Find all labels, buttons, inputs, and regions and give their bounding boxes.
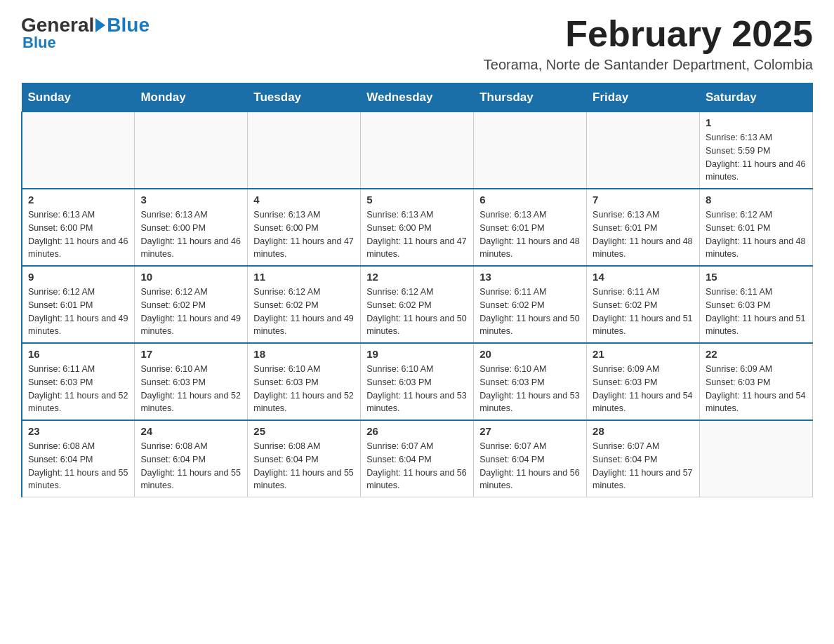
table-row [587,112,700,189]
table-row: 28Sunrise: 6:07 AMSunset: 6:04 PMDayligh… [587,420,700,497]
table-row: 2Sunrise: 6:13 AMSunset: 6:00 PMDaylight… [22,189,135,266]
day-number: 28 [593,425,694,437]
month-title: February 2025 [484,14,813,54]
header: General Blue Blue February 2025 Teorama,… [21,14,813,73]
table-row: 27Sunrise: 6:07 AMSunset: 6:04 PMDayligh… [474,420,587,497]
table-row: 24Sunrise: 6:08 AMSunset: 6:04 PMDayligh… [135,420,248,497]
table-row: 5Sunrise: 6:13 AMSunset: 6:00 PMDaylight… [361,189,474,266]
day-info: Sunrise: 6:08 AMSunset: 6:04 PMDaylight:… [140,440,241,492]
table-row: 19Sunrise: 6:10 AMSunset: 6:03 PMDayligh… [361,343,474,420]
calendar-table: Sunday Monday Tuesday Wednesday Thursday… [21,83,813,497]
day-number: 14 [593,271,694,283]
table-row: 26Sunrise: 6:07 AMSunset: 6:04 PMDayligh… [361,420,474,497]
day-number: 12 [366,271,468,283]
col-tuesday: Tuesday [248,83,361,112]
logo: General Blue Blue [21,14,150,52]
table-row [22,112,135,189]
day-info: Sunrise: 6:07 AMSunset: 6:04 PMDaylight:… [593,440,694,492]
table-row: 16Sunrise: 6:11 AMSunset: 6:03 PMDayligh… [22,343,135,420]
table-row: 4Sunrise: 6:13 AMSunset: 6:00 PMDaylight… [248,189,361,266]
day-info: Sunrise: 6:07 AMSunset: 6:04 PMDaylight:… [479,440,581,492]
day-info: Sunrise: 6:12 AMSunset: 6:02 PMDaylight:… [366,286,468,338]
day-info: Sunrise: 6:13 AMSunset: 6:01 PMDaylight:… [593,208,694,261]
day-number: 15 [706,271,807,283]
day-info: Sunrise: 6:12 AMSunset: 6:02 PMDaylight:… [140,286,241,338]
col-monday: Monday [135,83,248,112]
day-info: Sunrise: 6:12 AMSunset: 6:01 PMDaylight:… [706,208,807,261]
day-number: 19 [366,348,468,360]
day-info: Sunrise: 6:09 AMSunset: 6:03 PMDaylight:… [706,363,807,415]
table-row: 17Sunrise: 6:10 AMSunset: 6:03 PMDayligh… [135,343,248,420]
logo-line2: Blue [21,34,56,52]
col-sunday: Sunday [22,83,135,112]
day-number: 18 [253,348,355,360]
day-info: Sunrise: 6:13 AMSunset: 5:59 PMDaylight:… [706,131,807,184]
day-number: 1 [706,116,807,128]
week-row-4: 16Sunrise: 6:11 AMSunset: 6:03 PMDayligh… [22,343,813,420]
day-number: 17 [140,348,241,360]
week-row-3: 9Sunrise: 6:12 AMSunset: 6:01 PMDaylight… [22,266,813,343]
col-thursday: Thursday [474,83,587,112]
day-info: Sunrise: 6:13 AMSunset: 6:00 PMDaylight:… [140,208,241,261]
table-row: 20Sunrise: 6:10 AMSunset: 6:03 PMDayligh… [474,343,587,420]
week-row-5: 23Sunrise: 6:08 AMSunset: 6:04 PMDayligh… [22,420,813,497]
table-row: 15Sunrise: 6:11 AMSunset: 6:03 PMDayligh… [700,266,813,343]
day-info: Sunrise: 6:08 AMSunset: 6:04 PMDaylight:… [253,440,355,492]
day-number: 23 [28,425,128,437]
day-number: 7 [593,194,694,206]
table-row [700,420,813,497]
day-info: Sunrise: 6:13 AMSunset: 6:00 PMDaylight:… [28,208,128,261]
day-info: Sunrise: 6:12 AMSunset: 6:01 PMDaylight:… [28,286,128,338]
day-info: Sunrise: 6:09 AMSunset: 6:03 PMDaylight:… [593,363,694,415]
table-row: 25Sunrise: 6:08 AMSunset: 6:04 PMDayligh… [248,420,361,497]
table-row: 10Sunrise: 6:12 AMSunset: 6:02 PMDayligh… [135,266,248,343]
day-info: Sunrise: 6:07 AMSunset: 6:04 PMDaylight:… [366,440,468,492]
day-info: Sunrise: 6:11 AMSunset: 6:03 PMDaylight:… [28,363,128,415]
table-row: 9Sunrise: 6:12 AMSunset: 6:01 PMDaylight… [22,266,135,343]
table-row [248,112,361,189]
day-info: Sunrise: 6:13 AMSunset: 6:00 PMDaylight:… [253,208,355,261]
col-friday: Friday [587,83,700,112]
day-info: Sunrise: 6:10 AMSunset: 6:03 PMDaylight:… [366,363,468,415]
day-number: 22 [706,348,807,360]
table-row: 11Sunrise: 6:12 AMSunset: 6:02 PMDayligh… [248,266,361,343]
table-row: 18Sunrise: 6:10 AMSunset: 6:03 PMDayligh… [248,343,361,420]
col-wednesday: Wednesday [361,83,474,112]
day-number: 26 [366,425,468,437]
table-row: 12Sunrise: 6:12 AMSunset: 6:02 PMDayligh… [361,266,474,343]
table-row: 7Sunrise: 6:13 AMSunset: 6:01 PMDaylight… [587,189,700,266]
table-row: 23Sunrise: 6:08 AMSunset: 6:04 PMDayligh… [22,420,135,497]
table-row: 21Sunrise: 6:09 AMSunset: 6:03 PMDayligh… [587,343,700,420]
day-number: 3 [140,194,241,206]
table-row: 14Sunrise: 6:11 AMSunset: 6:02 PMDayligh… [587,266,700,343]
table-row: 8Sunrise: 6:12 AMSunset: 6:01 PMDaylight… [700,189,813,266]
week-row-1: 1Sunrise: 6:13 AMSunset: 5:59 PMDaylight… [22,112,813,189]
day-info: Sunrise: 6:13 AMSunset: 6:00 PMDaylight:… [366,208,468,261]
day-number: 27 [479,425,581,437]
day-info: Sunrise: 6:10 AMSunset: 6:03 PMDaylight:… [140,363,241,415]
table-row: 3Sunrise: 6:13 AMSunset: 6:00 PMDaylight… [135,189,248,266]
day-info: Sunrise: 6:10 AMSunset: 6:03 PMDaylight:… [253,363,355,415]
day-info: Sunrise: 6:11 AMSunset: 6:02 PMDaylight:… [479,286,581,338]
day-number: 6 [479,194,581,206]
header-row: Sunday Monday Tuesday Wednesday Thursday… [22,83,813,112]
day-number: 11 [253,271,355,283]
day-info: Sunrise: 6:11 AMSunset: 6:03 PMDaylight:… [706,286,807,338]
day-number: 24 [140,425,241,437]
day-number: 21 [593,348,694,360]
table-row [474,112,587,189]
table-row: 22Sunrise: 6:09 AMSunset: 6:03 PMDayligh… [700,343,813,420]
table-row [135,112,248,189]
day-info: Sunrise: 6:08 AMSunset: 6:04 PMDaylight:… [28,440,128,492]
day-number: 20 [479,348,581,360]
day-number: 13 [479,271,581,283]
day-number: 10 [140,271,241,283]
logo-blue-text: Blue [107,14,150,36]
day-number: 8 [706,194,807,206]
table-row: 1Sunrise: 6:13 AMSunset: 5:59 PMDaylight… [700,112,813,189]
page: General Blue Blue February 2025 Teorama,… [0,0,834,511]
day-info: Sunrise: 6:11 AMSunset: 6:02 PMDaylight:… [593,286,694,338]
table-row: 13Sunrise: 6:11 AMSunset: 6:02 PMDayligh… [474,266,587,343]
day-number: 9 [28,271,128,283]
title-block: February 2025 Teorama, Norte de Santande… [484,14,813,73]
